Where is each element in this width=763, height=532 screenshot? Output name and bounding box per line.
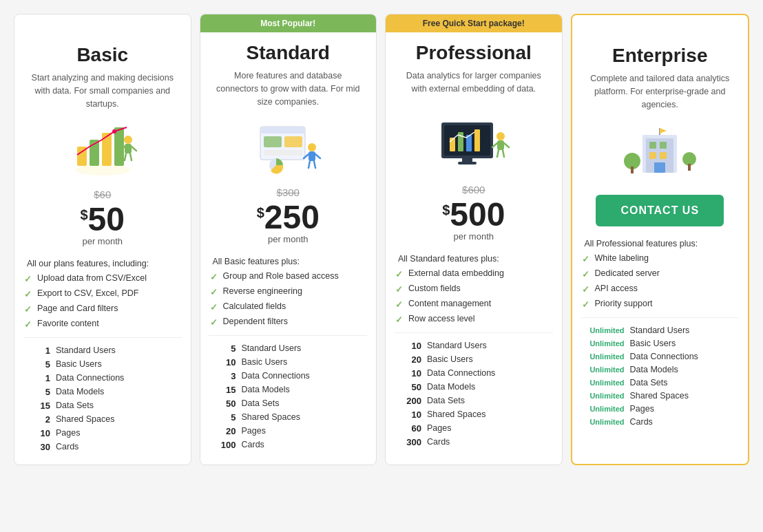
feature-item: ✓ Dedicated server [582, 266, 739, 281]
check-icon: ✓ [395, 284, 403, 295]
stat-row: Unlimited Basic Users [582, 337, 739, 350]
feature-item: ✓ Dependent filters [210, 315, 367, 330]
stat-num: 20 [210, 426, 236, 436]
stat-label: Shared Spaces [56, 414, 114, 424]
stat-label: Basic Users [242, 357, 288, 367]
svg-line-10 [125, 153, 126, 160]
stat-label: Shared Spaces [427, 409, 485, 419]
feature-item: ✓ External data embedding [395, 266, 552, 281]
feature-text: Export to CSV, Excel, PDF [37, 288, 139, 298]
plan-card-enterprise: EnterpriseComplete and tailored data ana… [571, 14, 750, 465]
features-label-standard: All Basic features plus: [200, 253, 377, 269]
stat-num: 10 [395, 368, 421, 379]
plan-illustration-professional [432, 114, 515, 175]
check-icon: ✓ [24, 289, 32, 299]
stat-label: Data Connections [56, 373, 124, 383]
check-icon: ✓ [582, 299, 589, 310]
stat-num: Unlimited [582, 418, 625, 426]
svg-rect-15 [284, 136, 302, 147]
feature-item: ✓ Row access level [395, 312, 552, 327]
stat-num: 10 [395, 341, 421, 351]
plan-title-enterprise: Enterprise [612, 45, 708, 67]
price-amount-professional: 500 [450, 198, 505, 231]
feature-text: Page and Card filters [37, 304, 118, 313]
feature-text: White labeling [595, 253, 649, 263]
svg-line-37 [503, 150, 504, 157]
check-icon: ✓ [24, 319, 32, 330]
svg-rect-40 [649, 142, 656, 149]
stat-label: Data Sets [630, 378, 668, 387]
feature-list-enterprise: ✓ White labeling ✓ Dedicated server ✓ AP… [572, 251, 749, 312]
contact-us-button[interactable]: CONTACT US [596, 195, 724, 226]
svg-rect-42 [649, 152, 656, 159]
stat-row: 1 Standard Users [24, 343, 181, 357]
old-price-professional: $600 [462, 184, 485, 195]
svg-line-22 [314, 161, 315, 168]
stat-row: 15 Data Models [210, 383, 367, 396]
svg-line-36 [497, 150, 499, 157]
stat-label: Data Connections [242, 371, 310, 381]
stat-row: 50 Data Sets [210, 396, 367, 410]
price-dollar-basic: $ [80, 207, 87, 223]
stat-num: 3 [210, 371, 236, 381]
stat-num: 1 [24, 373, 50, 383]
divider-enterprise [581, 317, 739, 318]
plan-badge-spacer-enterprise [572, 15, 749, 35]
stat-num: Unlimited [582, 326, 625, 334]
svg-rect-18 [309, 151, 315, 161]
stat-num: Unlimited [582, 339, 625, 348]
stat-num: Unlimited [582, 392, 625, 400]
divider-professional [395, 332, 553, 333]
svg-rect-44 [654, 162, 665, 173]
features-label-professional: All Standard features plus: [386, 250, 562, 266]
stat-num: 5 [210, 343, 236, 354]
feature-text: Custom fields [408, 284, 461, 293]
feature-text: Dependent filters [223, 317, 289, 326]
svg-marker-50 [660, 128, 667, 134]
feature-list-standard: ✓ Group and Role based access ✓ Reverse … [200, 269, 377, 330]
stat-label: Data Connections [427, 368, 495, 378]
stat-num: 50 [210, 398, 236, 409]
feature-item: ✓ White labeling [582, 251, 739, 266]
stat-row: 5 Data Models [24, 385, 181, 398]
stat-row: 2 Shared Spaces [24, 412, 181, 426]
stat-label: Data Sets [242, 398, 280, 408]
stat-num: Unlimited [582, 405, 625, 413]
check-icon: ✓ [210, 317, 218, 328]
check-icon: ✓ [582, 284, 589, 295]
feature-item: ✓ Priority support [582, 297, 739, 312]
feature-text: Dedicated server [595, 268, 660, 278]
stat-label: Pages [242, 426, 266, 436]
plan-title-standard: Standard [247, 42, 330, 64]
stat-row: Unlimited Cards [582, 415, 739, 428]
features-label-basic: All our plans features, including: [14, 255, 191, 271]
plan-badge-standard: Most Popular! [200, 14, 377, 32]
stat-row: Unlimited Pages [582, 402, 739, 415]
feature-text: Reverse engineering [223, 286, 302, 296]
stat-num: 15 [210, 385, 236, 395]
plan-badge-spacer-basic [14, 14, 191, 34]
stat-num: 200 [395, 396, 421, 406]
feature-text: API access [595, 284, 638, 293]
stat-row: 10 Standard Users [395, 339, 552, 352]
check-icon: ✓ [582, 254, 589, 264]
svg-rect-7 [125, 144, 132, 153]
feature-item: ✓ Favorite content [24, 317, 181, 332]
stat-label: Data Models [242, 385, 290, 394]
stat-label: Pages [427, 423, 451, 433]
current-price-basic: $ 50 [80, 203, 125, 236]
feature-item: ✓ Group and Role based access [210, 269, 367, 284]
stat-label: Standard Users [630, 326, 690, 335]
stat-row: 10 Basic Users [210, 355, 367, 369]
stat-num: 10 [210, 357, 236, 368]
stat-row: 1 Data Connections [24, 371, 181, 385]
plan-card-standard: Most Popular!StandardMore features and d… [200, 14, 377, 465]
svg-point-17 [308, 143, 316, 151]
stat-row: 10 Shared Spaces [395, 407, 552, 421]
stat-row: 30 Cards [24, 440, 181, 454]
feature-item: ✓ Content management [395, 297, 552, 312]
stat-num: 15 [24, 401, 50, 411]
stat-row: 5 Shared Spaces [210, 410, 367, 424]
stat-num: Unlimited [582, 352, 625, 361]
plan-badge-professional: Free Quick Start package! [386, 14, 562, 32]
